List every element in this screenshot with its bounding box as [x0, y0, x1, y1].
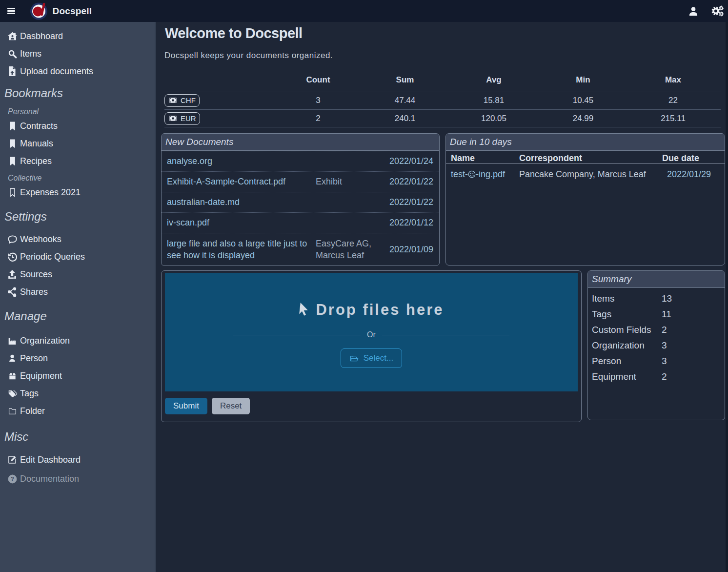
svg-text:?: ? [11, 475, 14, 481]
